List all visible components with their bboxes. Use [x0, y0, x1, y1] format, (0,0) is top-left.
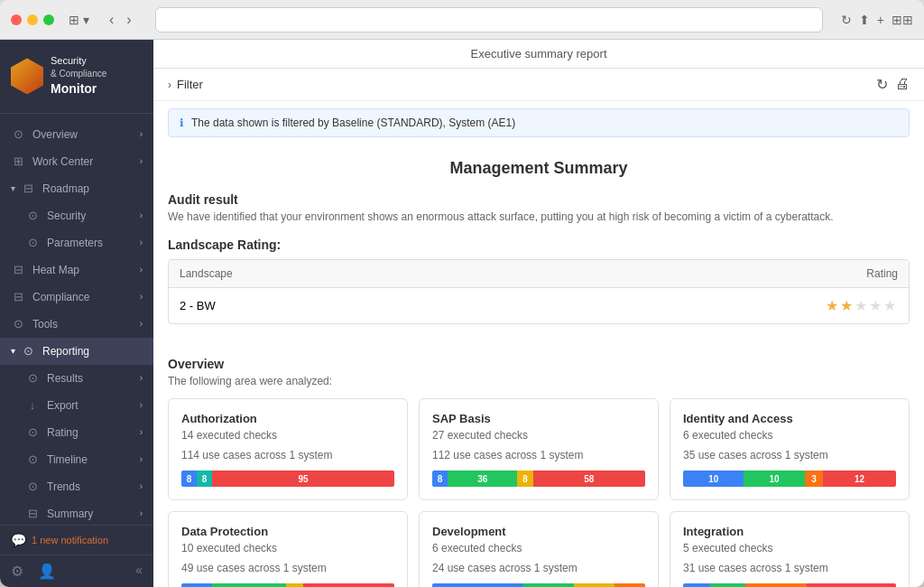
star-rating: ★★★★★: [826, 297, 898, 314]
sidebar-item-heatmap[interactable]: ⊟ Heat Map ›: [0, 256, 153, 284]
card-identity-access: Identity and Access 6 executed checks 35…: [670, 398, 910, 500]
sidebar-item-export[interactable]: ↓ Export ›: [0, 392, 153, 419]
sidebar-item-security[interactable]: ⊙ Security ›: [0, 202, 153, 229]
sidebar-item-results[interactable]: ⊙ Results ›: [0, 365, 153, 392]
sidebar-nav: ⊙ Overview › ⊞ Work Center › ▾ ⊟ Roadmap…: [0, 114, 153, 525]
logo-text: Security & Compliance Monitor: [51, 54, 106, 98]
rating-icon: ⊙: [25, 425, 40, 440]
info-icon: ℹ: [180, 116, 184, 129]
back-button[interactable]: ‹: [104, 10, 119, 30]
sidebar-parameters-label: Parameters: [47, 237, 103, 249]
minimize-button[interactable]: [27, 14, 38, 25]
card-authorization-title: Authorization: [181, 412, 394, 425]
col-landscape: Landscape: [180, 267, 539, 280]
grid-icon[interactable]: ⊞⊞: [892, 13, 913, 27]
card-identity-checks: 6 executed checks: [683, 429, 896, 442]
app-body: Security & Compliance Monitor ⊙ Overview…: [0, 40, 924, 587]
close-button[interactable]: [11, 14, 22, 25]
data-progress: 7 17 4 21: [181, 583, 394, 587]
overview-subtitle: The following area were analyzed:: [168, 375, 910, 387]
arrow-icon: ›: [140, 508, 143, 518]
arrow-icon: ›: [140, 319, 143, 329]
sidebar-item-compliance[interactable]: ⊟ Compliance ›: [0, 284, 153, 311]
tools-icon: ⊙: [11, 317, 25, 331]
print-icon[interactable]: 🖨: [895, 76, 910, 93]
sidebar-item-overview[interactable]: ⊙ Overview ›: [0, 121, 153, 148]
notification-text: 1 new notification: [32, 535, 108, 545]
sidebar-item-parameters[interactable]: ⊙ Parameters ›: [0, 229, 153, 256]
maximize-button[interactable]: [43, 14, 54, 25]
star-1: ★: [826, 298, 840, 313]
sidebar-item-rating[interactable]: ⊙ Rating ›: [0, 419, 153, 446]
card-development: Development 6 executed checks 24 use cas…: [419, 511, 659, 587]
sidebar-item-roadmap[interactable]: ▾ ⊟ Roadmap: [0, 175, 153, 202]
reload-icon[interactable]: ↻: [841, 13, 852, 27]
sidebar-item-timeline[interactable]: ⊙ Timeline ›: [0, 446, 153, 473]
heatmap-icon: ⊟: [11, 263, 25, 277]
app-logo: Security & Compliance Monitor: [0, 40, 153, 114]
sidebar-item-reporting[interactable]: ▾ ⊙ Reporting: [0, 338, 153, 365]
refresh-icon[interactable]: ↻: [876, 76, 888, 93]
management-section: Management Summary Audit result We have …: [153, 144, 924, 357]
top-bar: Executive summary report: [153, 40, 924, 69]
card-integration: Integration 5 executed checks 31 use cas…: [670, 511, 910, 587]
pb-green: 5: [710, 583, 744, 587]
card-dev-checks: 6 executed checks: [432, 542, 645, 554]
card-dev-title: Development: [432, 525, 645, 538]
address-bar[interactable]: [155, 7, 823, 33]
titlebar-right-controls: ↻ ⬆ + ⊞⊞: [841, 13, 913, 27]
pb-blue: 8: [432, 471, 448, 487]
card-basis-title: SAP Basis: [432, 412, 645, 425]
pb-green: 5: [523, 583, 574, 587]
filter-toggle[interactable]: › Filter: [168, 78, 203, 91]
section-title: Management Summary: [168, 159, 910, 178]
profile-icon[interactable]: 👤: [38, 563, 56, 580]
export-icon: ↓: [25, 398, 40, 413]
identity-progress: 10 10 3 12: [683, 471, 896, 487]
pb-green: 17: [212, 583, 286, 587]
arrow-icon: ›: [140, 481, 143, 491]
sidebar-summary-label: Summary: [47, 508, 93, 520]
pb-yellow: 8: [517, 471, 532, 487]
pb-blue: 7: [181, 583, 212, 587]
col-rating: Rating: [539, 267, 898, 280]
settings-icon[interactable]: ⚙: [11, 563, 23, 580]
sidebar-item-summary[interactable]: ⊟ Summary ›: [0, 500, 153, 525]
pb-red: 13: [807, 583, 896, 587]
pb-teal: 8: [197, 471, 212, 487]
timeline-icon: ⊙: [25, 452, 40, 467]
sidebar-toggle[interactable]: ⊞ ▾: [69, 13, 89, 27]
overview-title: Overview: [168, 357, 910, 371]
arrow-icon: ›: [140, 210, 143, 220]
sidebar-item-tools[interactable]: ⊙ Tools ›: [0, 311, 153, 338]
filter-info-bar: ℹ The data shown is filtered by Baseline…: [168, 108, 910, 137]
sidebar-item-trends[interactable]: ⊙ Trends ›: [0, 473, 153, 500]
rating-table: Landscape Rating 2 - BW ★★★★★: [168, 259, 910, 324]
sidebar-roadmap-label: Roadmap: [42, 182, 89, 195]
sidebar-security-label: Security: [47, 210, 86, 222]
traffic-lights: [11, 14, 54, 25]
compliance-icon: ⊟: [11, 290, 25, 304]
card-data-usecases: 49 use cases across 1 system: [181, 562, 394, 574]
sidebar-heatmap-label: Heat Map: [32, 264, 79, 276]
card-integration-checks: 5 executed checks: [683, 542, 896, 554]
forward-button[interactable]: ›: [121, 10, 136, 30]
new-tab-icon[interactable]: +: [877, 13, 884, 27]
arrow-icon: ›: [140, 156, 143, 166]
notification-bar[interactable]: 💬 1 new notification: [0, 525, 153, 554]
expand-icon: ▾: [11, 183, 15, 193]
pb-blue: 9: [432, 583, 523, 587]
sidebar-rating-label: Rating: [47, 426, 79, 439]
pb-orange: 3: [805, 471, 823, 487]
sidebar-compliance-label: Compliance: [32, 291, 89, 303]
pb-green: 10: [744, 471, 804, 487]
landscape-rating: Landscape Rating: Landscape Rating 2 - B…: [168, 238, 910, 324]
sidebar-item-workcenter[interactable]: ⊞ Work Center ›: [0, 148, 153, 175]
sidebar-overview-label: Overview: [32, 128, 78, 141]
top-bar-title: Executive summary report: [471, 47, 607, 61]
overview-icon: ⊙: [11, 127, 25, 142]
card-authorization-checks: 14 executed checks: [181, 429, 394, 442]
share-icon[interactable]: ⬆: [859, 13, 870, 27]
collapse-icon[interactable]: «: [135, 563, 143, 580]
pb-red: 95: [212, 471, 394, 487]
